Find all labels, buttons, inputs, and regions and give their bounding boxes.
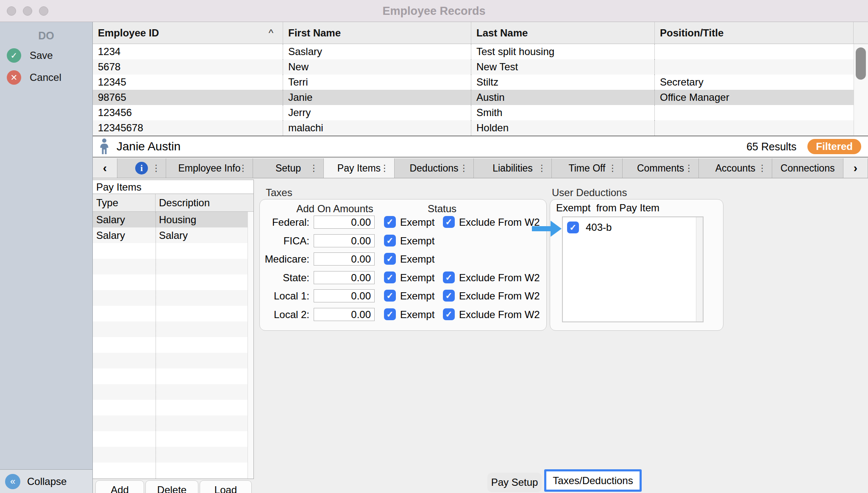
fica-exempt-checkbox[interactable]: ✓ <box>384 235 396 246</box>
collapse-chevrons-icon: « <box>5 474 20 489</box>
federal-amount-input[interactable] <box>314 216 375 229</box>
pay-items-scrollbar[interactable] <box>248 212 253 479</box>
local1-exclude-w2-checkbox[interactable]: ✓ <box>443 290 455 302</box>
tax-row-fica: FICA: ✓ Exempt <box>260 234 546 247</box>
collapse-button[interactable]: « Collapse <box>0 469 92 493</box>
window-title: Employee Records <box>0 0 868 22</box>
cancel-button[interactable]: ✕ Cancel <box>7 70 61 85</box>
tab-menu-icon[interactable]: ⋮ <box>152 163 161 173</box>
medicare-amount-input[interactable] <box>314 252 375 266</box>
federal-exempt-checkbox[interactable]: ✓ <box>384 216 396 228</box>
tab-menu-icon[interactable]: ⋮ <box>537 163 546 173</box>
exempt-from-pay-item-label: Exempt from Pay Item <box>556 202 659 214</box>
add-button[interactable]: Add <box>95 480 144 493</box>
zoom-window-icon[interactable] <box>39 6 48 16</box>
column-header-position[interactable]: Position/Title <box>655 22 854 44</box>
delete-button[interactable]: Delete <box>145 480 198 493</box>
tax-row-federal: Federal: ✓ Exempt ✓ Exclude From W2 <box>260 216 546 229</box>
fica-amount-input[interactable] <box>314 234 375 247</box>
check-icon: ✓ <box>387 217 394 227</box>
local2-exclude-w2-checkbox[interactable]: ✓ <box>443 308 455 320</box>
cancel-x-icon: ✕ <box>7 70 21 85</box>
sidebar: DO ✓ Save ✕ Cancel « Collapse <box>0 22 93 493</box>
state-exempt-checkbox[interactable]: ✓ <box>384 271 396 283</box>
tab-deductions[interactable]: Deductions ⋮ <box>395 158 474 178</box>
tab-liabilities[interactable]: Liabilities ⋮ <box>474 158 552 178</box>
tax-row-medicare: Medicare: ✓ Exempt <box>260 252 546 266</box>
tabs-scroll-left-button[interactable]: ‹ <box>93 158 117 178</box>
record-tab-bar: ‹ i ⋮ Employee Info ⋮ Setup ⋮ Pay Items … <box>93 158 868 178</box>
column-header-employee-id[interactable]: Employee ID ^ <box>93 22 283 44</box>
tabs-scroll-right-button[interactable]: › <box>843 158 868 178</box>
tab-setup[interactable]: Setup ⋮ <box>253 158 324 178</box>
medicare-exempt-checkbox[interactable]: ✓ <box>384 253 396 265</box>
tab-menu-icon[interactable]: ⋮ <box>459 163 468 173</box>
pay-setup-button[interactable]: Pay Setup <box>487 473 542 492</box>
annotation-arrow-icon <box>532 221 562 237</box>
collapse-label: Collapse <box>27 476 67 487</box>
tab-connections[interactable]: Connections <box>772 158 843 178</box>
table-row-selected[interactable]: 98765 Janie Austin Office Manager <box>93 90 854 105</box>
column-header-type[interactable]: Type <box>93 194 156 211</box>
state-exclude-w2-checkbox[interactable]: ✓ <box>443 271 455 283</box>
tab-info[interactable]: i ⋮ <box>117 158 166 178</box>
check-icon: ✓ <box>445 309 453 319</box>
federal-exclude-w2-checkbox[interactable]: ✓ <box>443 216 455 228</box>
pay-item-row[interactable]: Salary Salary <box>93 227 253 243</box>
employee-records-window: Employee Records DO ✓ Save ✕ Cancel « Co… <box>0 0 868 493</box>
table-row[interactable]: 5678 New New Test <box>93 59 854 75</box>
load-button[interactable]: Load <box>200 480 252 493</box>
taxes-group-label: Taxes <box>266 187 292 199</box>
column-header-last-name[interactable]: Last Name <box>471 22 655 44</box>
tab-menu-icon[interactable]: ⋮ <box>608 163 617 173</box>
local2-amount-input[interactable] <box>314 308 375 321</box>
taxes-deductions-button[interactable]: Taxes/Deductions <box>544 469 642 492</box>
local2-exempt-checkbox[interactable]: ✓ <box>384 308 396 320</box>
column-divider <box>156 212 156 479</box>
state-amount-input[interactable] <box>314 271 375 284</box>
close-window-icon[interactable] <box>7 6 16 16</box>
taxes-group-box: Add On Amounts Status Federal: ✓ Exempt … <box>259 199 547 331</box>
tab-menu-icon[interactable]: ⋮ <box>684 163 693 173</box>
tab-menu-icon[interactable]: ⋮ <box>309 163 318 173</box>
save-check-icon: ✓ <box>7 48 21 63</box>
tab-comments[interactable]: Comments ⋮ <box>623 158 699 178</box>
minimize-window-icon[interactable] <box>23 6 32 16</box>
tab-menu-icon[interactable]: ⋮ <box>239 163 248 173</box>
deductions-list-scrollbar[interactable] <box>696 217 703 321</box>
tab-time-off[interactable]: Time Off ⋮ <box>552 158 623 178</box>
tab-employee-info[interactable]: Employee Info ⋮ <box>166 158 253 178</box>
chevron-left-icon: ‹ <box>103 161 107 175</box>
table-row[interactable]: 123456 Jerry Smith <box>93 105 854 120</box>
pay-items-column-headers: Type Description <box>93 194 253 212</box>
column-header-description[interactable]: Description <box>156 194 253 211</box>
save-label: Save <box>30 50 53 61</box>
deduction-item-403b[interactable]: ✓ 403-b <box>567 222 612 233</box>
employee-table: Employee ID ^ First Name Last Name Posit… <box>93 22 868 136</box>
status-header: Status <box>412 203 472 215</box>
tab-pay-items[interactable]: Pay Items ⋮ <box>324 158 395 178</box>
local1-amount-input[interactable] <box>314 289 375 302</box>
table-scrollbar-thumb[interactable] <box>856 47 866 80</box>
tax-row-local2: Local 2: ✓ Exempt ✓ Exclude From W2 <box>260 308 546 321</box>
deduction-403b-checkbox[interactable]: ✓ <box>567 222 579 233</box>
selected-record-name: Janie Austin <box>117 140 181 153</box>
table-scrollbar[interactable] <box>854 44 868 136</box>
tax-row-local1: Local 1: ✓ Exempt ✓ Exclude From W2 <box>260 289 546 302</box>
pay-item-row-selected[interactable]: Salary Housing <box>93 212 253 227</box>
save-button[interactable]: ✓ Save <box>7 48 53 63</box>
do-header: DO <box>0 30 92 42</box>
column-header-first-name[interactable]: First Name <box>283 22 471 44</box>
tab-accounts[interactable]: Accounts ⋮ <box>699 158 772 178</box>
table-row[interactable]: 12345 Terri Stiltz Secretary <box>93 75 854 90</box>
check-icon: ✓ <box>387 309 394 319</box>
local1-exempt-checkbox[interactable]: ✓ <box>384 290 396 302</box>
tab-menu-icon[interactable]: ⋮ <box>380 163 389 173</box>
check-icon: ✓ <box>445 217 453 227</box>
table-row[interactable]: 12345678 malachi Holden <box>93 120 854 136</box>
tab-menu-icon[interactable]: ⋮ <box>758 163 767 173</box>
check-icon: ✓ <box>387 291 394 301</box>
filtered-badge[interactable]: Filtered <box>807 139 861 154</box>
check-icon: ✓ <box>445 291 453 301</box>
table-row[interactable]: 1234 Saslary Test split housing <box>93 44 854 59</box>
